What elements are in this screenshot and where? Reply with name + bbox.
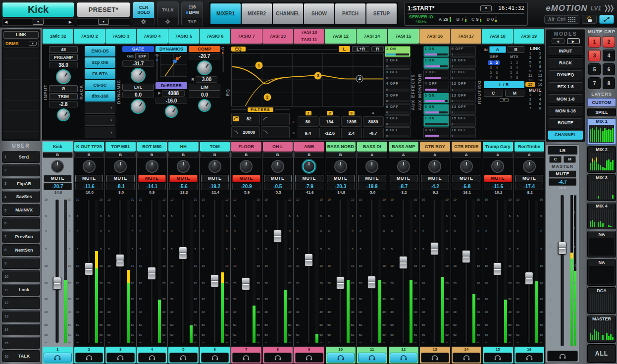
channel-name[interactable]: Trump Gary xyxy=(483,142,513,152)
eq-band-marker-4[interactable]: 4 xyxy=(356,75,363,82)
input-name-11[interactable]: 7ASI 14 xyxy=(357,29,387,44)
eq-graph[interactable]: 1234 xyxy=(231,53,384,106)
fader-value[interactable]: -20.3 xyxy=(327,183,355,190)
headphone-button[interactable] xyxy=(515,353,544,363)
grp-assign-2[interactable]: 2 xyxy=(494,60,500,65)
link-9[interactable]: 9 xyxy=(525,69,535,73)
user-button-6[interactable]: 6 xyxy=(2,217,40,229)
mute-button[interactable]: MUTE xyxy=(515,175,544,182)
input-name-6[interactable]: 7ASIO 6 xyxy=(200,29,230,44)
headphone-button[interactable] xyxy=(138,353,166,363)
grp-assign-8[interactable]: 8 xyxy=(494,75,500,80)
pan-knob[interactable] xyxy=(177,160,190,173)
mute-button[interactable]: MUTE xyxy=(421,175,449,182)
rack-slot-2[interactable]: Scp Om xyxy=(85,57,115,68)
headphone-button[interactable] xyxy=(421,353,449,363)
link-14[interactable]: 14 xyxy=(535,78,545,82)
fader-handle[interactable] xyxy=(85,262,93,275)
headphone-button[interactable] xyxy=(327,353,355,363)
pan-knob[interactable] xyxy=(240,160,253,173)
channel-name[interactable]: GTR EDDIE xyxy=(452,142,482,152)
aux-monitor-16[interactable]: 16 OFF xyxy=(450,127,476,138)
gate-threshold-knob[interactable] xyxy=(131,68,146,83)
rack-slot-5[interactable]: dbx-160 xyxy=(85,91,115,102)
mtx-assign-5[interactable]: 5 xyxy=(508,70,514,75)
layer-master-7[interactable]: MASTER xyxy=(587,315,616,342)
layer-mix-1-0[interactable]: MIX 1 xyxy=(587,118,616,145)
channel-name[interactable]: GTR ROY xyxy=(420,142,450,152)
master-fader-handle[interactable] xyxy=(558,242,566,255)
fader-value[interactable]: -0.5 xyxy=(264,183,292,190)
fader-handle[interactable] xyxy=(242,277,250,290)
master-fader-track[interactable] xyxy=(561,195,564,346)
eq-band-4-gain[interactable]: -0.7 xyxy=(363,128,384,138)
headphone-button[interactable] xyxy=(484,353,512,363)
headphone-button[interactable] xyxy=(75,353,103,363)
link-8[interactable]: 8 xyxy=(535,64,545,69)
aux-effects-2[interactable]: 2 OFF xyxy=(385,57,411,68)
fader-handle[interactable] xyxy=(525,272,533,285)
aux-monitor-15[interactable]: 15 OFF xyxy=(450,115,476,126)
fader-track[interactable] xyxy=(464,200,467,343)
layer-custom-button[interactable]: CUSTOM xyxy=(587,98,616,106)
layer-na-4[interactable]: NA xyxy=(587,231,616,258)
routing-dropdown[interactable]: ▼ xyxy=(500,98,509,102)
fader-track[interactable] xyxy=(276,200,279,343)
link-15[interactable]: 15 xyxy=(525,82,535,87)
master-headphone-button[interactable] xyxy=(547,351,578,362)
pan-knob[interactable] xyxy=(365,160,378,173)
eq-band-marker-2[interactable]: 2 xyxy=(263,93,271,101)
eq-mode-r-button[interactable]: R xyxy=(371,46,384,52)
tab-show[interactable]: SHOW xyxy=(304,3,334,24)
fader-track[interactable] xyxy=(402,200,405,343)
mute-assign-5[interactable]: 5 xyxy=(525,102,535,106)
aux-monitor-12[interactable]: 12 OFF xyxy=(450,81,476,92)
mute-button[interactable]: MUTE xyxy=(138,175,166,182)
eq-mode-lr-button[interactable]: L+R xyxy=(352,46,369,52)
layer-dca-6[interactable]: DCA xyxy=(587,287,616,314)
mtx-assign-7[interactable]: 7 xyxy=(508,75,514,80)
fader-track[interactable] xyxy=(308,200,310,343)
link-4[interactable]: 4 xyxy=(535,55,545,60)
channel-name[interactable]: TOP M81 xyxy=(105,142,136,152)
bpm-tap-button[interactable]: 116BPM TAP xyxy=(181,1,203,26)
mute-group-8[interactable]: 8 xyxy=(603,77,615,89)
fader-track[interactable] xyxy=(245,200,248,343)
input-name-9[interactable]: 7ASI 107ASI 11 xyxy=(294,29,324,44)
selected-channel-display[interactable]: Kick xyxy=(2,2,74,17)
aux-monitor-3[interactable]: 3 OFF xyxy=(423,69,449,80)
mute-assign-7[interactable]: 7 xyxy=(525,106,535,110)
mute-button[interactable]: MUTE xyxy=(201,175,229,182)
eq-band-1-freq[interactable]: 80 xyxy=(298,116,318,127)
grp-assign-5[interactable]: 5 xyxy=(488,70,494,75)
next-channel-button[interactable]: ▶ xyxy=(69,20,72,24)
modes-next-button[interactable]: ▶ xyxy=(567,38,580,44)
dynamics-header[interactable]: DYNAMICS xyxy=(155,46,187,52)
master-m-button[interactable]: M xyxy=(564,156,576,163)
mute-group-3[interactable]: 3 xyxy=(588,50,601,61)
phase-button[interactable]: Ø xyxy=(49,85,78,92)
fader-track[interactable] xyxy=(56,200,59,343)
channel-name[interactable]: FLOOR xyxy=(231,142,261,152)
aux-monitor-4[interactable]: 4 OFF xyxy=(423,81,449,92)
scene-dropdown[interactable]: ▼ xyxy=(480,5,492,11)
channel-layer-select[interactable]: A xyxy=(483,152,513,158)
pan-knob[interactable] xyxy=(83,160,96,173)
mtx-assign-2[interactable]: 2 xyxy=(514,60,520,65)
rack-slot-1[interactable]: EMO-D5 xyxy=(85,46,115,56)
hpf-cell[interactable]: 82 xyxy=(231,113,260,125)
aux-monitor-10[interactable]: 10 OFF xyxy=(450,57,476,68)
mode-input[interactable]: INPUT xyxy=(548,46,583,56)
pan-knob[interactable] xyxy=(271,160,284,173)
master-c-button[interactable]: C xyxy=(549,156,562,163)
fader-handle[interactable] xyxy=(273,230,282,243)
user-button-2[interactable]: 2 xyxy=(2,164,40,176)
mute-button[interactable]: MUTE xyxy=(327,175,355,182)
fader-handle[interactable] xyxy=(399,256,408,269)
input-name-13[interactable]: 7ASI 16 xyxy=(419,29,450,44)
phantom-48v-button[interactable]: 48 xyxy=(49,46,78,53)
mute-group-1[interactable]: 1 xyxy=(588,36,601,48)
mute-button[interactable]: MUTE xyxy=(390,175,418,182)
aux-monitor-1[interactable]: 1 ON xyxy=(423,46,449,57)
gate-floor-knob[interactable] xyxy=(131,99,146,114)
